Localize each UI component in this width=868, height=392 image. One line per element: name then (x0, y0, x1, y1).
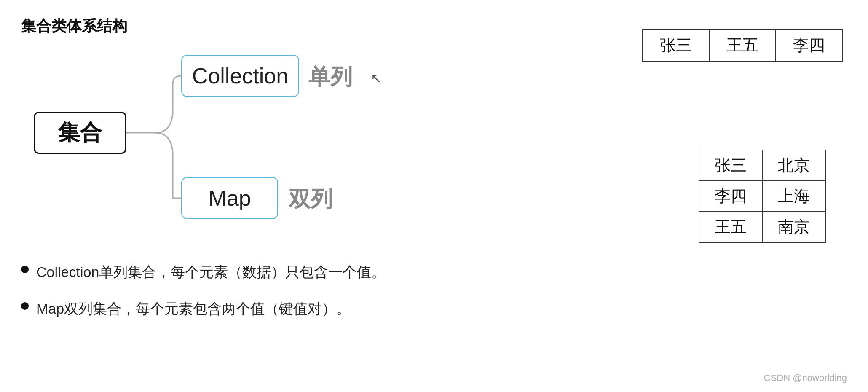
table-cell: 张三 (699, 150, 762, 181)
cursor-icon: ↖ (371, 71, 381, 86)
jihe-box: 集合 (34, 112, 126, 154)
table-cell: 王五 (699, 212, 762, 242)
map-box: Map (181, 177, 278, 219)
table-cell: 李四 (699, 181, 762, 212)
table-cell: 南京 (762, 212, 825, 242)
collection-box: Collection (181, 55, 299, 97)
table-cell: 王五 (709, 29, 776, 62)
bullet-text-2: Map双列集合，每个元素包含两个值（键值对）。 (36, 298, 351, 320)
bullet-text-1: Collection单列集合，每个元素（数据）只包含一个值。 (36, 261, 386, 283)
bullet-item-2: Map双列集合，每个元素包含两个值（键值对）。 (21, 298, 386, 320)
table-cell: 上海 (762, 181, 825, 212)
footer-credit: CSDN @noworlding (764, 373, 847, 384)
table-cell: 李四 (776, 29, 842, 62)
bullets-container: Collection单列集合，每个元素（数据）只包含一个值。 Map双列集合，每… (21, 261, 386, 335)
bullet-item-1: Collection单列集合，每个元素（数据）只包含一个值。 (21, 261, 386, 283)
table-cell: 张三 (643, 29, 709, 62)
double-label: 双列 (289, 185, 332, 214)
table-cell: 北京 (762, 150, 825, 181)
bullet-dot-2 (21, 302, 29, 310)
mind-map-container: 集合 Collection Map 单列 双列 ↖ (21, 34, 400, 253)
bullet-dot-1 (21, 266, 29, 273)
single-label: 单列 (308, 62, 352, 92)
single-column-table: 张三 王五 李四 (642, 29, 843, 62)
double-column-table: 张三 北京 李四 上海 王五 南京 (699, 150, 826, 243)
